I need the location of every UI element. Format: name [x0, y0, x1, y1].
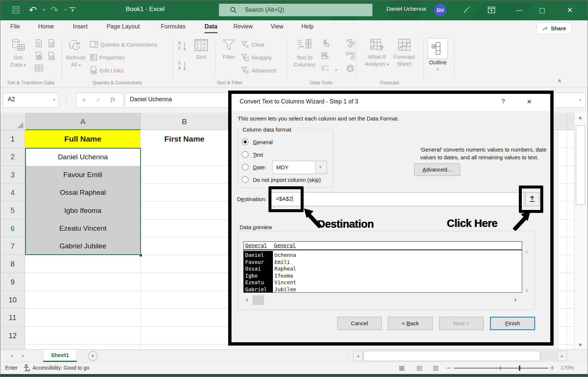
cell-a4[interactable]: Ossai Rapheal [25, 184, 141, 201]
column-header-a[interactable]: A [25, 113, 141, 130]
date-format-combobox[interactable]: MDY ∨ [272, 161, 327, 174]
next-sheet-icon[interactable]: ▸ [22, 353, 25, 359]
edit-links-button[interactable]: Edit Links [90, 65, 124, 75]
row-header-7[interactable]: 7 [0, 237, 25, 255]
manage-data-model-icon[interactable] [345, 64, 355, 74]
tab-page-layout[interactable]: Page Layout [107, 23, 140, 30]
scroll-down-icon[interactable]: ▼ [574, 343, 586, 347]
drag-handle-icon[interactable]: ⋮ [64, 97, 69, 103]
cell-a1[interactable]: Full Name [25, 130, 141, 148]
tab-help[interactable]: Help [301, 23, 314, 30]
chevron-down-icon[interactable]: ▾ [331, 65, 341, 75]
preview-hscroll-thumb[interactable] [253, 295, 264, 305]
normal-view-icon[interactable]: ▦ [399, 364, 405, 371]
advanced-filter-button[interactable]: Advanced [241, 65, 276, 75]
share-button[interactable]: Share [537, 23, 572, 34]
zoom-level[interactable]: 170% [561, 365, 574, 371]
ribbon-display-options-icon[interactable] [485, 4, 498, 16]
tab-review[interactable]: Review [233, 23, 253, 30]
tab-data[interactable]: Data [205, 23, 217, 33]
cell-a6[interactable]: Ezeatu Vincent [25, 220, 141, 237]
maximize-button[interactable] [531, 0, 553, 20]
preview-scroll-up-icon[interactable]: ∧ [525, 249, 528, 255]
scroll-left-icon[interactable]: ◂ [353, 351, 363, 361]
horizontal-scroll-thumb[interactable] [364, 351, 540, 361]
radio-date[interactable] [242, 164, 249, 170]
page-layout-view-icon[interactable]: ▤ [416, 364, 422, 371]
row-header-4[interactable]: 4 [0, 184, 25, 201]
row-header-2[interactable]: 2 [0, 148, 25, 166]
what-if-analysis-button[interactable]: ? What-If Analysis ▾ [364, 38, 390, 68]
relationships-icon[interactable] [345, 52, 355, 61]
row-header-5[interactable]: 5 [0, 201, 25, 219]
vertical-scrollbar[interactable]: ▲ ▼ [574, 113, 587, 349]
expand-formula-bar-icon[interactable]: ∨ [579, 98, 582, 102]
sort-za-icon[interactable]: ZA [177, 60, 188, 71]
add-sheet-button[interactable]: + [88, 351, 98, 361]
scroll-right-icon[interactable]: ▸ [557, 351, 567, 361]
row-header-1[interactable]: 1 [0, 130, 25, 148]
save-icon[interactable] [10, 4, 22, 16]
reapply-filter-button[interactable]: Reapply [241, 52, 272, 62]
row-header-8[interactable]: 8 [0, 255, 25, 273]
advanced-button[interactable]: Advanced... [414, 163, 460, 176]
data-validation-icon[interactable] [320, 64, 330, 74]
next-button[interactable]: Next > [439, 317, 484, 330]
back-button[interactable]: < Back [388, 317, 433, 330]
from-table-range-icon[interactable] [34, 64, 44, 74]
preview-column2-header[interactable]: General [274, 242, 296, 248]
zoom-out-icon[interactable]: − [446, 364, 451, 371]
sort-button[interactable]: ZAAZ Sort [191, 38, 212, 60]
row-header-10[interactable]: 10 [0, 291, 25, 309]
flash-fill-icon[interactable] [320, 39, 330, 49]
row-header-12[interactable]: 12 [0, 327, 25, 344]
inking-pen-icon[interactable] [460, 4, 473, 16]
select-all-corner[interactable] [0, 113, 25, 130]
vertical-scroll-thumb[interactable] [576, 125, 585, 205]
avatar[interactable]: DU [434, 4, 446, 16]
tab-file[interactable]: File [10, 23, 20, 30]
cell-a5[interactable]: Igbo Ifeoma [25, 201, 141, 220]
properties-button[interactable]: Properties [90, 52, 125, 62]
collapse-ribbon-icon[interactable]: ∧ [555, 76, 564, 85]
from-database-icon[interactable] [47, 52, 56, 61]
outline-button[interactable]: Outline ▾ [426, 38, 450, 73]
row-header-11[interactable]: 11 [0, 309, 25, 326]
combobox-dropdown-button[interactable]: ∨ [315, 161, 327, 174]
name-box-dropdown-icon[interactable]: ▾ [50, 98, 55, 102]
tab-home[interactable]: Home [38, 23, 54, 30]
tab-view[interactable]: View [271, 23, 283, 30]
preview-column2[interactable]: Uchenna Emili Rapheal Ifeoma Vincent Jub… [273, 251, 522, 292]
cell-a3[interactable]: Favour Emili [25, 166, 141, 184]
preview-scroll-left-icon[interactable]: ‹ [246, 295, 249, 303]
recent-sources-icon[interactable] [47, 39, 56, 49]
preview-column1-header[interactable]: General [245, 242, 267, 248]
from-web-icon[interactable] [34, 52, 44, 61]
destination-input[interactable]: =$A$2 [271, 192, 524, 206]
from-text-file-icon[interactable] [34, 39, 44, 49]
splitter-dots-icon[interactable]: ⋮ [345, 353, 350, 359]
dialog-help-icon[interactable]: ? [501, 98, 505, 105]
consolidate-icon[interactable] [345, 39, 355, 49]
dialog-close-icon[interactable]: ✕ [527, 98, 532, 105]
tab-insert[interactable]: Insert [73, 23, 88, 30]
sheet-tab-sheet1[interactable]: Sheet1 [43, 350, 77, 362]
radio-general[interactable] [242, 139, 249, 145]
clear-filter-button[interactable]: Clear [241, 40, 265, 49]
minimize-button[interactable]: — [508, 0, 530, 20]
cancel-entry-icon[interactable]: ✕ [82, 96, 87, 103]
forecast-sheet-button[interactable]: Forecast Sheet [391, 38, 417, 67]
zoom-slider-track[interactable] [454, 368, 548, 368]
page-break-view-icon[interactable]: ▥ [433, 364, 439, 371]
column-header-b[interactable]: B [141, 113, 228, 130]
finish-button[interactable]: Finish [490, 317, 535, 330]
insert-function-icon[interactable]: fx [111, 96, 115, 103]
radio-skip[interactable] [242, 176, 249, 183]
queries-connections-button[interactable]: Queries & Connections [90, 40, 157, 49]
cell-a7[interactable]: Gabriel Jubilee [25, 237, 141, 255]
preview-scroll-down-icon[interactable]: ∨ [525, 287, 528, 293]
sort-az-icon[interactable]: AZ [177, 40, 188, 51]
preview-table[interactable]: General General Daniel Favour Ossai Igbo… [243, 241, 522, 293]
preview-column1-selected[interactable]: Daniel Favour Ossai Igbo Ezeatu Gabriel [244, 251, 273, 292]
row-header-6[interactable]: 6 [0, 220, 25, 237]
